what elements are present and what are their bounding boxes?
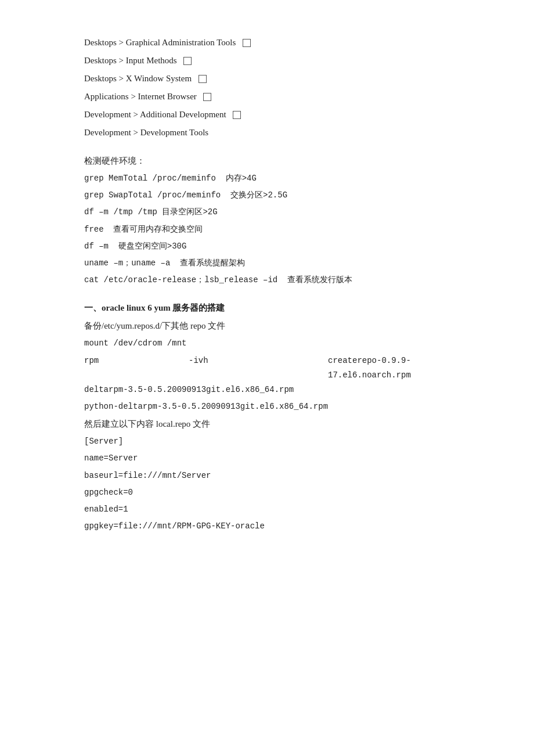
s1-line-7: [Server] — [84, 434, 450, 449]
checkbox-1 — [243, 39, 251, 47]
spacer-2 — [84, 290, 450, 300]
spacer-1 — [84, 143, 450, 153]
hw-line-4: free 查看可用内存和交换空间 — [84, 222, 450, 237]
hw-line-1: grep MemTotal /proc/meminfo 内存>4G — [84, 171, 450, 186]
s1-line-1: 备份/etc/yum.repos.d/下其他 repo 文件 — [84, 318, 450, 334]
rpm-package: createrepo-0.9.9-17.el6.noarch.rpm — [328, 354, 450, 383]
checkbox-3 — [199, 75, 207, 83]
desktop-item-1: Desktops > Graphical Administration Tool… — [84, 35, 450, 51]
s1-rpm-line: rpm -ivh createrepo-0.9.9-17.el6.noarch.… — [84, 354, 450, 383]
s1-line-4: deltarpm-3.5-0.5.20090913git.el6.x86_64.… — [84, 383, 450, 397]
checkbox-2 — [183, 57, 192, 65]
desktop-item-3: Desktops > X Window System — [84, 71, 450, 87]
desktop-item-6: Development > Development Tools — [84, 125, 450, 141]
s1-line-6: 然后建立以下内容 local.repo 文件 — [84, 416, 450, 432]
desktop-item-5: Development > Additional Development — [84, 107, 450, 123]
rpm-cmd: rpm — [84, 354, 189, 383]
section1-heading: 一、oracle linux 6 yum 服务器的搭建 — [84, 300, 450, 316]
s1-line-9: baseurl=file:///mnt/Server — [84, 469, 450, 483]
s1-line-8: name=Server — [84, 451, 450, 466]
desktops-section: Desktops > Graphical Administration Tool… — [84, 35, 450, 141]
s1-line-12: gpgkey=file:///mnt/RPM-GPG-KEY-oracle — [84, 519, 450, 534]
hw-line-7: cat /etc/oracle-release；lsb_release –id … — [84, 273, 450, 287]
hw-line-6: uname –m；uname –a 查看系统提醒架构 — [84, 256, 450, 271]
section1: 一、oracle linux 6 yum 服务器的搭建 备份/etc/yum.r… — [84, 300, 450, 534]
s1-line-11: enabled=1 — [84, 502, 450, 517]
hw-line-3: df –m /tmp /tmp 目录空闲区>2G — [84, 205, 450, 219]
hw-line-5: df –m 硬盘空闲空间>30G — [84, 239, 450, 254]
checkbox-4 — [203, 93, 211, 101]
s1-line-2: mount /dev/cdrom /mnt — [84, 336, 450, 351]
s1-line-5: python-deltarpm-3.5-0.5.20090913git.el6.… — [84, 399, 450, 414]
rpm-flag: -ivh — [189, 354, 328, 383]
checkbox-5 — [233, 111, 241, 119]
desktop-item-4: Applications > Internet Browser — [84, 89, 450, 105]
s1-line-10: gpgcheck=0 — [84, 485, 450, 500]
hardware-section: 检测硬件环境： grep MemTotal /proc/meminfo 内存>4… — [84, 153, 450, 287]
desktop-item-2: Desktops > Input Methods — [84, 53, 450, 69]
hw-line-2: grep SwapTotal /proc/meminfo 交换分区>2.5G — [84, 188, 450, 203]
hardware-heading: 检测硬件环境： — [84, 153, 450, 169]
